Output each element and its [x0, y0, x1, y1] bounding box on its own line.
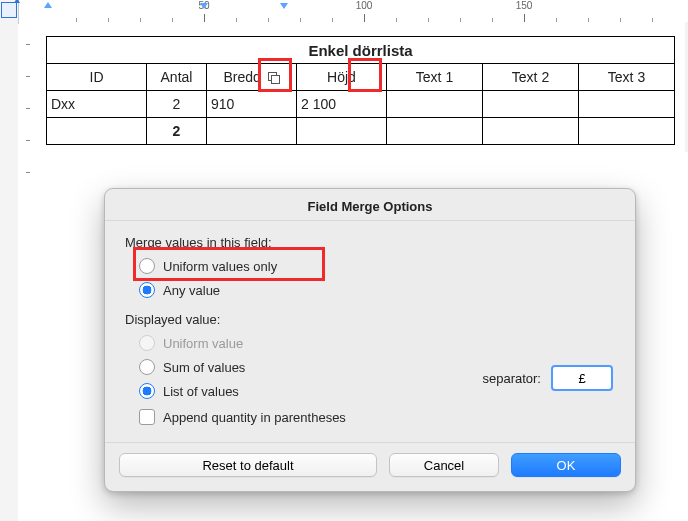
ok-button[interactable]: OK [511, 453, 621, 477]
ruler-number: 150 [516, 0, 533, 11]
chk-append-quantity-label: Append quantity in parentheses [163, 410, 346, 425]
radio-icon [139, 258, 155, 274]
field-merge-options-dialog: Field Merge Options Merge values in this… [104, 188, 636, 492]
opt-uniform-value-label: Uniform value [163, 336, 243, 351]
horizontal-ruler: 50 100 150 [36, 0, 684, 23]
door-list-table[interactable]: Enkel dörrlista ID Antal Bredd Höjd Text… [46, 36, 675, 145]
side-toolbar [0, 0, 19, 521]
display-section-label: Displayed value: [125, 312, 615, 327]
merge-section-label: Merge values in this field: [125, 235, 615, 250]
opt-uniform-only[interactable]: Uniform values only [139, 256, 615, 276]
cancel-button[interactable]: Cancel [389, 453, 499, 477]
opt-sum-label: Sum of values [163, 360, 245, 375]
dialog-title: Field Merge Options [105, 189, 635, 221]
cell-bredd[interactable]: 910 [207, 91, 297, 118]
cell-hojd[interactable]: 2 100 [297, 91, 387, 118]
chk-append-quantity[interactable]: Append quantity in parentheses [139, 407, 615, 427]
col-text3[interactable]: Text 3 [579, 64, 675, 91]
opt-list-label: List of values [163, 384, 239, 399]
col-bredd-label: Bredd [223, 69, 260, 85]
cell-t1[interactable] [387, 91, 483, 118]
col-id[interactable]: ID [47, 64, 147, 91]
radio-icon [139, 359, 155, 375]
opt-uniform-value: Uniform value [139, 333, 615, 353]
reset-to-default-button[interactable]: Reset to default [119, 453, 377, 477]
ruler-number: 100 [356, 0, 373, 11]
cell-t2[interactable] [483, 91, 579, 118]
radio-icon [139, 335, 155, 351]
opt-uniform-only-label: Uniform values only [163, 259, 277, 274]
table-row[interactable]: Dxx 2 910 2 100 [47, 91, 675, 118]
merge-indicator-icon[interactable] [268, 72, 280, 84]
insert-object-icon[interactable] [1, 2, 17, 18]
table-title: Enkel dörrlista [47, 37, 675, 64]
vertical-ruler [18, 24, 36, 521]
col-antal[interactable]: Antal [147, 64, 207, 91]
table-totals-row[interactable]: 2 [47, 118, 675, 145]
opt-any-value-label: Any value [163, 283, 220, 298]
col-bredd[interactable]: Bredd [207, 64, 297, 91]
cell-t3[interactable] [579, 91, 675, 118]
opt-any-value[interactable]: Any value [139, 280, 615, 300]
col-text2[interactable]: Text 2 [483, 64, 579, 91]
separator-input[interactable] [551, 365, 613, 391]
checkbox-icon [139, 409, 155, 425]
col-hojd[interactable]: Höjd [297, 64, 387, 91]
radio-icon [139, 383, 155, 399]
radio-icon [139, 282, 155, 298]
separator-label: separator: [482, 371, 541, 386]
col-text1[interactable]: Text 1 [387, 64, 483, 91]
cell-antal[interactable]: 2 [147, 91, 207, 118]
totals-antal[interactable]: 2 [147, 118, 207, 145]
cell-id[interactable]: Dxx [47, 91, 147, 118]
